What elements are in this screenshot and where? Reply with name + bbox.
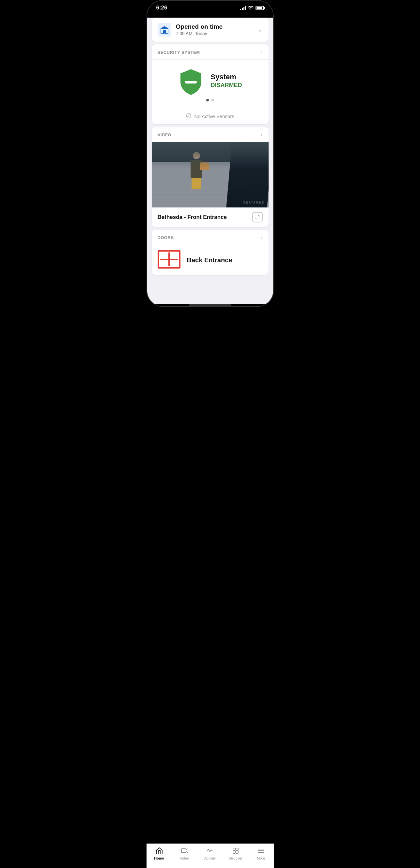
opened-card-left: Opened on time 7:05 AM, Today [158,23,223,36]
door-name: Back Entrance [187,256,232,264]
video-section-title: VIDEO [158,132,172,137]
doors-chevron-right-icon: › [261,234,263,241]
battery-icon [256,6,264,10]
door-icon [158,250,181,270]
camera-label: Bethesda - Front Entrance [152,208,269,227]
store-icon [158,23,171,36]
opened-subtitle: 7:05 AM, Today [176,31,223,36]
no-sensors-icon [186,113,191,120]
shield-icon[interactable] [178,67,204,94]
camera-scene: SECURED [152,142,269,208]
opened-card-text: Opened on time 7:05 AM, Today [176,23,223,36]
opened-title: Opened on time [176,23,223,30]
status-icons [240,5,264,10]
chevron-down-icon: ⌄ [258,26,263,33]
doors-content: Back Entrance [152,245,269,275]
svg-point-3 [161,29,163,30]
doors-section-title: DOORS [158,235,174,240]
camera-name: Bethesda - Front Entrance [158,214,227,220]
doors-section-card: DOORS › Back Entrance [152,230,269,275]
wifi-icon [248,5,253,10]
expand-icon[interactable] [252,212,263,222]
security-section-title: SECURITY SYSTEM [158,50,200,55]
system-status: DISARMED [210,82,242,89]
doors-section-header[interactable]: DOORS › [152,230,269,245]
security-chevron-right-icon: › [261,49,263,56]
signal-icon [240,5,246,10]
svg-rect-2 [163,30,166,33]
system-label: System [210,73,242,81]
watermark: SECURED [243,200,265,204]
dot-2 [211,99,214,101]
video-section-card: VIDEO › [152,127,269,227]
pagination-dots [206,99,214,101]
svg-rect-5 [185,81,197,84]
app-content: Opened on time 7:05 AM, Today ⌄ SECURITY… [147,18,273,304]
status-time: 6:26 [156,5,168,11]
home-indicator [147,304,273,306]
video-section-header[interactable]: VIDEO › [152,127,269,142]
shield-container: System DISARMED [178,67,242,94]
home-indicator-bar [189,304,231,306]
system-info: System DISARMED [210,73,242,89]
video-chevron-right-icon: › [261,131,263,138]
no-sensors: No Active Sensors [152,108,269,124]
status-bar: 6:26 [147,1,273,14]
person-legs [191,178,201,189]
phone-frame: 6:26 [147,0,274,307]
sky-gradient [152,142,269,168]
security-section-header[interactable]: SECURITY SYSTEM › [152,44,269,60]
no-sensors-text: No Active Sensors [194,114,234,119]
security-section-card: SECURITY SYSTEM › System DISARMED [152,44,269,124]
security-content: System DISARMED [152,60,269,108]
svg-point-4 [166,29,168,30]
opened-card[interactable]: Opened on time 7:05 AM, Today ⌄ [152,18,269,42]
video-thumbnail[interactable]: SECURED [152,142,269,208]
dot-1 [206,99,209,101]
